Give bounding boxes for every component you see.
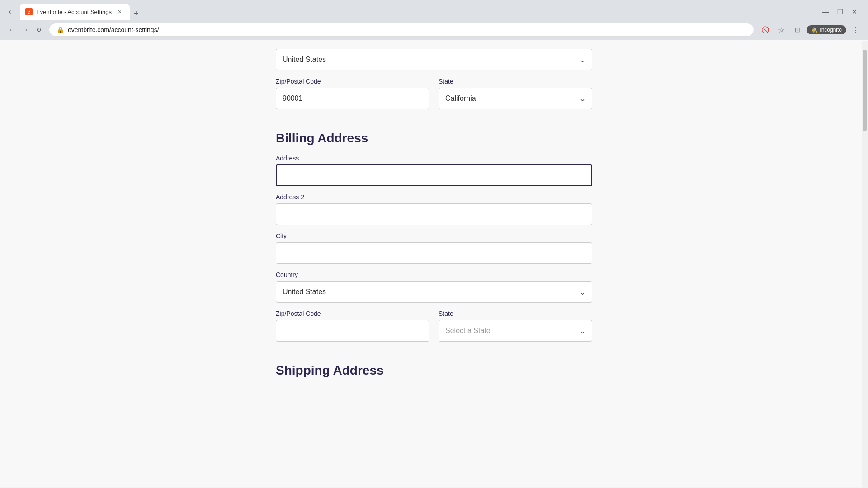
billing-address-label: Address <box>276 155 592 162</box>
billing-country-select[interactable]: United States ⌄ <box>276 281 592 303</box>
billing-country-value: United States <box>283 288 326 296</box>
billing-state-placeholder: Select a State <box>445 327 491 335</box>
scrollbar-thumb[interactable] <box>863 50 867 131</box>
incognito-icon: 🕵 <box>811 27 818 33</box>
billing-zip-group: Zip/Postal Code <box>276 310 429 342</box>
bookmark-button[interactable]: ☆ <box>774 23 788 37</box>
billing-state-group: State Select a State ⌄ <box>439 310 592 342</box>
eye-slash-icon[interactable]: 🚫 <box>758 23 772 37</box>
top-zip-input[interactable] <box>276 88 429 109</box>
incognito-label: Incognito <box>820 27 842 33</box>
top-country-select[interactable]: United States ⌄ <box>276 49 592 70</box>
shipping-address-heading: Shipping Address <box>276 363 592 378</box>
top-state-chevron-icon: ⌄ <box>579 94 586 103</box>
top-state-select-wrapper[interactable]: California ⌄ <box>439 88 592 109</box>
top-zip-group: Zip/Postal Code <box>276 78 429 109</box>
address-bar[interactable]: 🔒 eventbrite.com/account-settings/ <box>49 23 754 37</box>
top-state-value: California <box>445 94 476 103</box>
billing-city-input[interactable] <box>276 242 592 264</box>
billing-address2-label: Address 2 <box>276 193 592 201</box>
billing-country-select-wrapper[interactable]: United States ⌄ <box>276 281 592 303</box>
billing-city-group: City <box>276 232 592 264</box>
billing-country-group: Country United States ⌄ <box>276 271 592 303</box>
billing-city-label: City <box>276 232 592 239</box>
top-country-chevron-icon: ⌄ <box>579 55 586 65</box>
top-state-label: State <box>439 78 592 85</box>
incognito-badge: 🕵 Incognito <box>807 25 846 34</box>
billing-address2-input[interactable] <box>276 203 592 225</box>
url-display: eventbrite.com/account-settings/ <box>68 26 746 33</box>
forward-button[interactable]: → <box>19 23 32 36</box>
billing-state-label: State <box>439 310 592 317</box>
billing-state-select-wrapper[interactable]: Select a State ⌄ <box>439 320 592 342</box>
top-country-select-wrapper[interactable]: United States ⌄ <box>276 49 592 70</box>
top-country-value: United States <box>283 56 326 64</box>
tab-title: Eventbrite - Account Settings <box>36 9 112 15</box>
prev-tab-button[interactable]: ‹ <box>4 5 16 18</box>
billing-state-chevron-icon: ⌄ <box>579 326 586 336</box>
top-state-group: State California ⌄ <box>439 78 592 109</box>
minimize-button[interactable]: — <box>819 5 832 18</box>
billing-address-heading: Billing Address <box>276 131 592 145</box>
billing-state-select[interactable]: Select a State ⌄ <box>439 320 592 342</box>
menu-button[interactable]: ⋮ <box>848 23 863 37</box>
page-content: United States ⌄ Zip/Postal Code State Ca… <box>276 40 592 487</box>
top-state-select[interactable]: California ⌄ <box>439 88 592 109</box>
top-country-group: United States ⌄ <box>276 49 592 70</box>
top-zip-col: Zip/Postal Code <box>276 78 429 117</box>
billing-zip-state-row: Zip/Postal Code State Select a State ⌄ <box>276 310 592 349</box>
tab-close-button[interactable]: × <box>115 7 124 16</box>
reload-button[interactable]: ↻ <box>33 23 45 36</box>
billing-country-chevron-icon: ⌄ <box>579 287 586 297</box>
billing-address-input[interactable] <box>276 164 592 186</box>
close-window-button[interactable]: ✕ <box>848 5 861 18</box>
billing-zip-label: Zip/Postal Code <box>276 310 429 317</box>
maximize-button[interactable]: ❐ <box>834 5 846 18</box>
page-wrapper: United States ⌄ Zip/Postal Code State Ca… <box>0 40 868 487</box>
top-zip-state-row: Zip/Postal Code State California ⌄ <box>276 78 592 117</box>
billing-address2-group: Address 2 <box>276 193 592 225</box>
billing-country-label: Country <box>276 271 592 278</box>
billing-state-col: State Select a State ⌄ <box>439 310 592 349</box>
billing-zip-input[interactable] <box>276 320 429 342</box>
lock-icon: 🔒 <box>57 26 64 33</box>
billing-zip-col: Zip/Postal Code <box>276 310 429 349</box>
top-zip-label: Zip/Postal Code <box>276 78 429 85</box>
tab-favicon: e <box>25 8 33 15</box>
billing-address-group: Address <box>276 155 592 186</box>
active-tab[interactable]: e Eventbrite - Account Settings × <box>20 4 130 20</box>
back-button[interactable]: ← <box>5 23 18 36</box>
top-state-col: State California ⌄ <box>439 78 592 117</box>
split-view-button[interactable]: ⊡ <box>790 23 805 37</box>
new-tab-button[interactable]: + <box>130 7 142 20</box>
scrollbar[interactable] <box>862 41 868 488</box>
